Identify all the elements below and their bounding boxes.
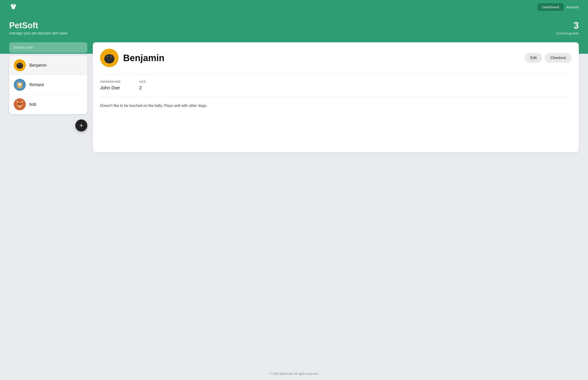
navbar-actions: Dashboard Account [537, 3, 579, 11]
edit-button[interactable]: Edit [525, 53, 542, 63]
richard-avatar-image [14, 79, 26, 91]
left-panel: Benjamin [9, 42, 87, 134]
list-item[interactable]: bob [9, 95, 87, 114]
svg-point-34 [20, 105, 21, 105]
paw-icon [9, 2, 18, 11]
age-value: 2 [139, 85, 146, 91]
owner-value: John Doe [100, 85, 121, 91]
selected-pet-avatar-image [100, 49, 119, 67]
add-button-container: + [9, 117, 87, 134]
svg-point-30 [18, 103, 19, 105]
navbar: Dashboard Account [0, 0, 588, 14]
svg-point-45 [110, 55, 112, 58]
list-item[interactable]: Benjamin [9, 56, 87, 75]
pet-notes-text: Doesn't like to be touched on the belly.… [100, 103, 571, 109]
owner-info-group: OWNERNAME John Doe [100, 80, 121, 91]
avatar [14, 79, 26, 91]
svg-point-44 [106, 55, 109, 58]
footer-text: © 2030 ByteGrad. All rights reserved. [269, 372, 319, 375]
benjamin-avatar-image [14, 59, 26, 71]
age-info-group: AGE 2 [139, 80, 146, 91]
avatar [14, 59, 26, 71]
svg-point-12 [17, 63, 22, 68]
checkout-button[interactable]: Checkout [545, 53, 571, 63]
owner-label: OWNERNAME [100, 80, 121, 83]
app-title: PetSoft [9, 21, 67, 30]
pet-notes: Doesn't like to be touched on the belly.… [93, 97, 579, 152]
svg-point-4 [14, 4, 15, 5]
age-label: AGE [139, 80, 146, 83]
bob-avatar-image [14, 98, 26, 110]
guest-label: Current guests [556, 31, 579, 35]
svg-point-31 [20, 103, 22, 105]
plus-icon: + [79, 122, 83, 129]
pet-detail-avatar [100, 49, 119, 67]
pet-name: bob [29, 102, 36, 107]
svg-point-33 [19, 105, 19, 105]
app-subtitle: manage your pet daycare with ease [9, 31, 67, 35]
add-pet-button[interactable]: + [75, 119, 87, 132]
svg-point-14 [20, 64, 22, 65]
pet-list: Benjamin [9, 56, 87, 114]
pet-detail-actions: Edit Checkout [525, 53, 571, 63]
dashboard-button[interactable]: Dashboard [537, 3, 563, 11]
account-button[interactable]: Account [566, 5, 579, 9]
pet-name: Benjamin [29, 63, 47, 68]
pet-detail-info: OWNERNAME John Doe AGE 2 [93, 74, 579, 97]
logo-container [9, 2, 18, 12]
svg-point-3 [12, 4, 13, 5]
main-content: Benjamin [0, 42, 588, 367]
svg-point-13 [18, 64, 19, 65]
pet-detail-header: Benjamin Edit Checkout [93, 42, 579, 74]
svg-point-23 [18, 83, 21, 86]
list-item[interactable]: Richard [9, 75, 87, 95]
stats-container: 3 Current guests [556, 21, 579, 35]
svg-point-43 [105, 55, 113, 61]
search-input[interactable] [9, 42, 87, 53]
footer: © 2030 ByteGrad. All rights reserved. [0, 367, 588, 380]
avatar [14, 98, 26, 110]
pet-detail-name: Benjamin [123, 53, 520, 63]
hero-text: PetSoft manage your pet daycare with eas… [9, 21, 67, 35]
svg-point-35 [19, 105, 21, 107]
pet-name: Richard [29, 82, 44, 87]
pet-detail-panel: Benjamin Edit Checkout OWNERNAME John Do… [93, 42, 579, 152]
guest-count: 3 [556, 21, 579, 30]
